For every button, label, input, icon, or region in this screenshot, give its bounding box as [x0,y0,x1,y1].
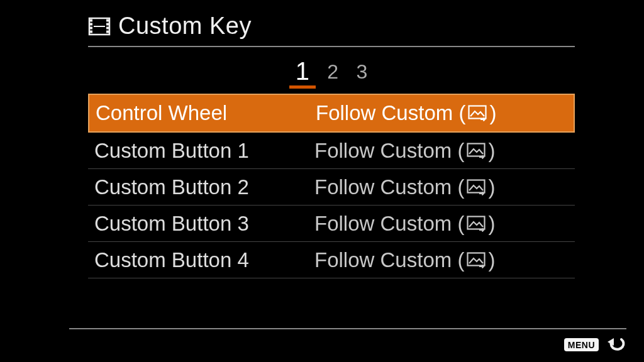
settings-list: Control Wheel Follow Custom ( ) Custom B… [88,94,575,278]
value-suffix: ) [489,101,496,125]
item-label: Custom Button 3 [94,212,314,236]
value-suffix: ) [488,212,495,236]
value-prefix: Follow Custom ( [316,101,465,125]
value-suffix: ) [488,248,495,272]
item-value: Follow Custom ( ) [314,248,569,272]
item-label: Custom Button 4 [94,248,314,272]
value-prefix: Follow Custom ( [314,175,464,199]
list-item[interactable]: Custom Button 2 Follow Custom ( ) [88,169,575,206]
svg-rect-2 [90,23,92,25]
svg-rect-8 [106,30,109,33]
svg-rect-11 [468,143,485,156]
photo-mode-icon [467,179,486,195]
item-value: Follow Custom ( ) [314,212,569,236]
header: Custom Key [88,13,575,47]
photo-mode-icon [467,216,486,232]
item-value: Follow Custom ( ) [314,139,569,163]
svg-rect-6 [106,23,109,25]
list-item[interactable]: Custom Button 4 Follow Custom ( ) [88,242,575,278]
photo-mode-icon [467,252,486,268]
item-label: Custom Button 1 [94,139,314,163]
svg-rect-13 [468,216,485,229]
svg-rect-3 [90,26,92,29]
page-tabs: 1 2 3 [88,56,575,87]
page-title: Custom Key [118,13,252,40]
footer: MENU [69,328,626,353]
back-icon[interactable] [605,336,626,353]
photo-mode-icon [468,105,487,121]
page-tab-2[interactable]: 2 [321,60,345,85]
svg-rect-7 [106,26,109,29]
value-prefix: Follow Custom ( [314,248,464,272]
value-suffix: ) [488,139,495,163]
svg-rect-12 [468,180,485,192]
item-label: Custom Button 2 [94,175,314,199]
svg-rect-14 [468,253,485,265]
value-prefix: Follow Custom ( [314,139,464,163]
list-item[interactable]: Custom Button 1 Follow Custom ( ) [88,133,575,169]
list-item[interactable]: Custom Button 3 Follow Custom ( ) [88,206,575,242]
list-item[interactable]: Control Wheel Follow Custom ( ) [88,94,575,133]
page-tab-3[interactable]: 3 [350,60,374,85]
svg-rect-1 [90,19,92,21]
menu-button[interactable]: MENU [564,338,599,351]
value-suffix: ) [488,175,495,199]
page-tab-1[interactable]: 1 [289,57,316,89]
film-strip-icon [88,17,111,36]
item-value: Follow Custom ( ) [314,175,569,199]
svg-rect-5 [106,19,109,21]
photo-mode-icon [467,143,486,159]
svg-rect-10 [469,106,486,119]
svg-rect-4 [90,30,92,33]
item-label: Control Wheel [96,101,316,125]
item-value: Follow Custom ( ) [316,101,567,125]
value-prefix: Follow Custom ( [314,212,464,236]
